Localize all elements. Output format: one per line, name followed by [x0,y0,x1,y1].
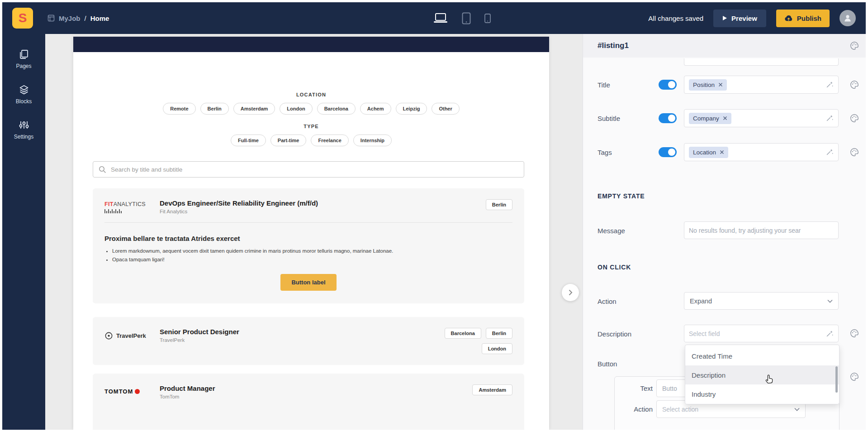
job-title: DevOps Engineer/Site Reliability Enginee… [160,199,474,207]
app-logo[interactable]: S [12,8,33,29]
magic-wand-icon[interactable] [825,114,834,122]
dropdown-scrollbar-thumb[interactable] [835,366,838,393]
breadcrumb-page[interactable]: Home [90,14,109,22]
tags-field-input[interactable]: Location [684,143,839,161]
company-logo-tomtom: TOMTOM [104,384,148,395]
chip-remove-icon[interactable] [720,150,724,154]
job-title: Senior Product Designer [160,328,433,336]
device-preview-switcher [433,2,491,34]
logo-text: TravelPerk [116,332,146,339]
field-chip-position[interactable]: Position [689,79,727,91]
subtitle-field-input[interactable]: Company [684,109,839,127]
filter-pill-other[interactable]: Other [432,103,459,115]
device-tablet-icon[interactable] [462,12,471,24]
chevron-down-icon [794,408,800,411]
dropdown-option-industry[interactable]: Industry [685,384,839,403]
panel-collapse-button[interactable] [562,284,579,301]
job-tag: Barcelona [445,328,481,339]
sidebar-item-settings[interactable]: Settings [2,112,45,147]
filter-pill-amsterdam[interactable]: Amsterdam [233,103,275,115]
block-settings-panel: #listing1 Title Position Subtitle C [583,34,866,430]
magic-wand-icon[interactable] [825,81,834,89]
subtitle-toggle[interactable] [659,113,677,123]
filter-pill-internship[interactable]: Internship [353,134,392,146]
type-filter-group: Full-time Part-time Freelance Internship [73,134,549,146]
breadcrumb: MyJob / Home [47,2,109,34]
magic-wand-icon[interactable] [825,148,834,156]
filter-pill-remote[interactable]: Remote [163,103,195,115]
job-card-header: FITANALYTICS DevOps Engineer/Site Reliab… [104,199,512,214]
sliders-icon [19,120,29,130]
filter-pill-barcelona[interactable]: Barcelona [317,103,356,115]
page-frame-icon [47,14,55,22]
action-select[interactable]: Expand [684,292,839,310]
button-action-label: Action [615,405,653,413]
topbar: S MyJob / Home All changes saved [2,2,866,34]
filter-pill-freelance[interactable]: Freelance [311,134,348,146]
magic-wand-icon[interactable] [825,330,834,338]
style-palette-icon[interactable] [849,113,859,123]
page-hero-strip [73,37,549,52]
job-card-devops[interactable]: FITANALYTICS DevOps Engineer/Site Reliab… [93,188,524,303]
logo-text-primary: FIT [104,201,114,207]
style-palette-icon[interactable] [849,80,859,90]
job-tag: Berlin [486,328,512,339]
logo-text-secondary: ANALYTICS [114,201,146,207]
breadcrumb-site[interactable]: MyJob [59,14,81,22]
chip-label: Position [693,82,715,88]
preview-button[interactable]: Preview [713,10,766,27]
bullet-item: Opaca tamquam ligari! [112,257,512,262]
description-field-label: Description [598,330,631,338]
device-desktop-icon[interactable] [433,13,448,24]
field-chip-company[interactable]: Company [689,113,731,124]
logo-text: TOMTOM [104,388,133,395]
sidebar-item-blocks[interactable]: Blocks [2,77,45,112]
style-palette-icon[interactable] [849,147,859,157]
message-field-input[interactable]: No results found, try adjusting your sea… [684,221,839,239]
sidebar: Pages Blocks Settings [2,34,45,430]
chip-remove-icon[interactable] [723,116,727,120]
layers-icon [19,84,29,95]
publish-button[interactable]: Publish [776,10,830,27]
filter-pill-fulltime[interactable]: Full-time [231,134,266,146]
user-icon [843,14,852,23]
style-palette-icon[interactable] [849,328,859,338]
filter-pill-leipzig[interactable]: Leipzig [396,103,427,115]
job-company: Fit Analytics [160,209,474,214]
title-field-input[interactable]: Position [684,76,839,94]
chip-remove-icon[interactable] [718,82,723,87]
field-chip-location[interactable]: Location [689,147,728,158]
tags-toggle[interactable] [659,147,677,157]
search-input[interactable]: Search by title and subtitle [93,161,524,178]
filter-pill-london[interactable]: London [280,103,312,115]
device-mobile-icon[interactable] [484,14,491,23]
travelperk-mark-icon [104,331,113,340]
page-preview: LOCATION Remote Berlin Amsterdam London … [73,37,549,430]
title-toggle[interactable] [659,80,677,90]
job-description-bullets: Lorem markdownum, aequent vocem dixit ta… [112,248,512,262]
dropdown-option-created-time[interactable]: Created Time [685,346,839,365]
filter-pill-achem[interactable]: Achem [360,103,391,115]
company-logo-travelperk: TravelPerk [104,328,148,340]
bullet-item: Lorem markdownum, aequent vocem dixit ta… [112,248,512,254]
chip-label: Company [693,115,719,122]
title-field-label: Title [598,81,610,89]
empty-state-heading: EMPTY STATE [598,192,645,200]
job-card-designer[interactable]: TravelPerk Senior Product Designer Trave… [93,317,524,365]
job-tag: Berlin [486,199,512,210]
description-field-input[interactable]: Select field [684,325,839,342]
job-card-action-button[interactable]: Button label [280,274,336,291]
filter-pill-parttime[interactable]: Part-time [270,134,307,146]
user-avatar[interactable] [840,10,856,26]
style-palette-icon[interactable] [849,41,859,51]
location-filter-label: LOCATION [73,92,549,97]
filter-pill-berlin[interactable]: Berlin [200,103,229,115]
breadcrumb-separator: / [85,14,86,22]
sidebar-item-pages[interactable]: Pages [2,41,45,77]
job-tag: London [482,343,512,354]
chevron-down-icon [827,299,833,303]
style-palette-icon[interactable] [849,372,859,382]
dropdown-option-description[interactable]: Description [685,365,839,384]
job-card-product-manager[interactable]: TOMTOM Product Manager TomTom Amsterdam [93,374,524,430]
button-action-placeholder: Select action [662,406,698,413]
